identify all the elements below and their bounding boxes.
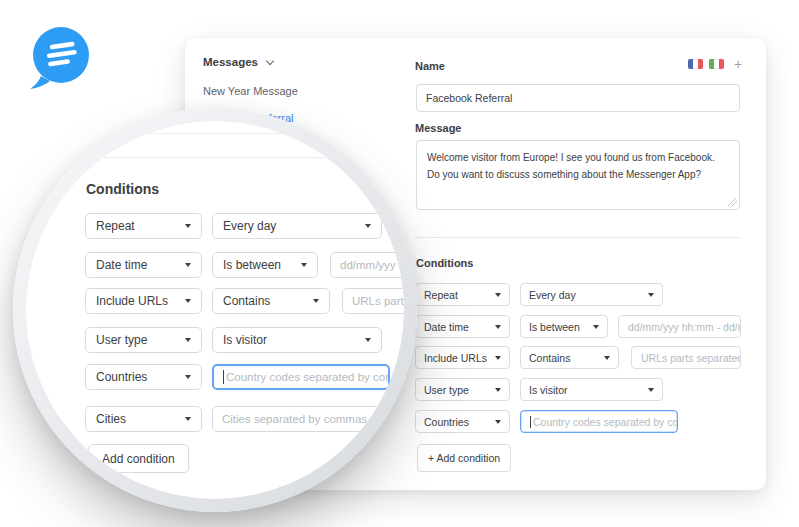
condition-operator-select[interactable]: Every day [520, 283, 663, 306]
dropdown-caret-icon [495, 388, 501, 392]
condition-operator-select[interactable]: Is visitor [212, 327, 382, 353]
dropdown-caret-icon [313, 299, 319, 303]
input-placeholder: Country codes separated by commas [226, 371, 390, 383]
condition-field-select[interactable]: Cities [85, 406, 202, 432]
cities-input[interactable]: Cities separated by commas [212, 406, 382, 432]
select-value: Every day [223, 219, 276, 233]
select-value: User type [96, 333, 147, 347]
sidebar-header-label: Messages [203, 56, 258, 68]
condition-field-select[interactable]: User type [415, 378, 510, 401]
select-value: User type [424, 384, 469, 396]
sidebar-messages-menu[interactable]: Messages [203, 56, 273, 68]
select-value: Every day [529, 289, 576, 301]
dropdown-caret-icon [593, 325, 599, 329]
text-cursor [530, 416, 531, 428]
text-cursor [223, 370, 224, 384]
select-value: Is between [223, 258, 281, 272]
conditions-heading: Conditions [416, 257, 473, 269]
condition-field-select[interactable]: Repeat [85, 213, 202, 239]
dropdown-caret-icon [185, 299, 191, 303]
select-value: Repeat [96, 219, 135, 233]
select-value: Is visitor [529, 384, 568, 396]
dropdown-caret-icon [495, 356, 501, 360]
dropdown-caret-icon [185, 224, 191, 228]
dropdown-caret-icon [495, 325, 501, 329]
dropdown-caret-icon [604, 356, 610, 360]
select-value: Countries [424, 416, 469, 428]
add-condition-button[interactable]: Add condition [88, 444, 189, 473]
countries-input[interactable]: Country codes separated by commas [212, 364, 390, 390]
input-placeholder: URLs parts separated by commas [641, 352, 741, 364]
condition-field-select[interactable]: Include URLs [415, 346, 510, 369]
dropdown-caret-icon [185, 417, 191, 421]
dropdown-caret-icon [495, 293, 501, 297]
message-textarea[interactable]: Welcome visitor from Europe! I see you f… [416, 140, 740, 210]
message-label: Message [415, 122, 461, 134]
select-value: Contains [529, 352, 570, 364]
sidebar-item-new-year-message[interactable]: New Year Message [203, 85, 298, 97]
condition-field-select[interactable]: Include URLs [85, 288, 202, 314]
input-placeholder: dd/mm/yyy hh:mm - dd/mm/yyy hh:mm [340, 259, 404, 271]
section-divider [415, 237, 741, 238]
date-range-input[interactable]: dd/mm/yyy hh:mm - dd/mm/yyy hh:mm [618, 315, 741, 338]
condition-field-select[interactable]: User type [85, 327, 202, 353]
select-value: Include URLs [96, 294, 168, 308]
select-value: Cities [96, 412, 126, 426]
chevron-down-icon [266, 56, 274, 64]
select-value: Is visitor [223, 333, 267, 347]
condition-operator-select[interactable]: Contains [520, 346, 619, 369]
date-range-input[interactable]: dd/mm/yyy hh:mm - dd/mm/yyy hh:mm [330, 252, 404, 278]
language-switcher: + [688, 59, 742, 69]
add-condition-button[interactable]: + Add condition [417, 444, 511, 472]
condition-field-select[interactable]: Date time [415, 315, 510, 338]
name-input[interactable]: Facebook Referral [416, 84, 740, 112]
select-value: Repeat [424, 289, 458, 301]
urls-input[interactable]: URLs parts separated by commas [631, 346, 741, 369]
condition-operator-select[interactable]: Is visitor [520, 378, 663, 401]
condition-field-select[interactable]: Countries [85, 364, 202, 390]
dropdown-caret-icon [365, 224, 371, 228]
urls-input[interactable]: URLs parts separated by commas [342, 288, 404, 314]
countries-input[interactable]: Country codes separated by commas [520, 410, 678, 433]
select-value: Is between [529, 321, 580, 333]
page: Messages New Year Message Facebook Refer… [0, 0, 799, 527]
name-input-value: Facebook Referral [426, 92, 512, 104]
dropdown-caret-icon [648, 388, 654, 392]
condition-operator-select[interactable]: Contains [212, 288, 330, 314]
dropdown-caret-icon [185, 263, 191, 267]
messenger-logo-icon [28, 26, 90, 90]
magnified-divider [26, 157, 404, 158]
condition-operator-select[interactable]: Every day [212, 213, 382, 239]
select-value: Date time [424, 321, 469, 333]
select-value: Include URLs [424, 352, 487, 364]
dropdown-caret-icon [648, 293, 654, 297]
message-text: Welcome visitor from Europe! I see you f… [427, 152, 715, 180]
condition-operator-select[interactable]: Is between [520, 315, 608, 338]
select-value: Contains [223, 294, 270, 308]
condition-operator-select[interactable]: Is between [212, 252, 318, 278]
select-value: Countries [96, 370, 147, 384]
dropdown-caret-icon [185, 338, 191, 342]
add-language-button[interactable]: + [734, 59, 742, 69]
condition-field-select[interactable]: Date time [85, 252, 202, 278]
resize-handle-icon[interactable] [728, 198, 737, 207]
magnifier-lens: Conditions Repeat Every day Date time Is… [26, 121, 404, 499]
name-label: Name [415, 60, 445, 72]
dropdown-caret-icon [365, 338, 371, 342]
select-value: Date time [96, 258, 147, 272]
condition-field-select[interactable]: Repeat [415, 283, 510, 306]
input-placeholder: Cities separated by commas [222, 413, 367, 425]
input-placeholder: Country codes separated by commas [533, 416, 678, 428]
italian-flag-icon[interactable] [709, 59, 724, 69]
dropdown-caret-icon [301, 263, 307, 267]
condition-field-select[interactable]: Countries [415, 410, 510, 433]
input-placeholder: dd/mm/yyy hh:mm - dd/mm/yyy hh:mm [628, 321, 741, 333]
input-placeholder: URLs parts separated by commas [352, 295, 404, 307]
magnified-conditions-heading: Conditions [86, 181, 159, 197]
french-flag-icon[interactable] [688, 59, 703, 69]
dropdown-caret-icon [185, 375, 191, 379]
dropdown-caret-icon [495, 420, 501, 424]
magnifier-ring: Conditions Repeat Every day Date time Is… [13, 108, 417, 512]
